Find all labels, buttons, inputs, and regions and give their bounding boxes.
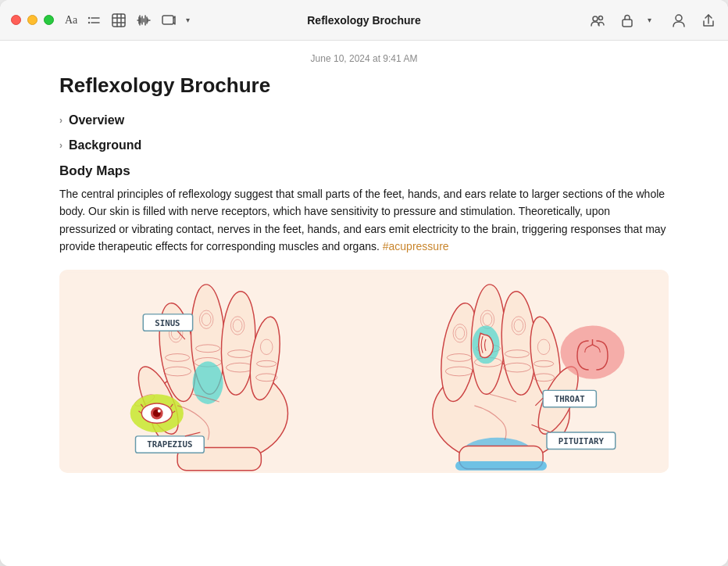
outline-background-label: Background	[69, 138, 141, 152]
svg-text:THROAT: THROAT	[555, 394, 585, 404]
minimize-button[interactable]	[27, 15, 37, 25]
svg-text:TRAPEZIUS: TRAPEZIUS	[147, 439, 192, 450]
svg-point-23	[676, 15, 682, 21]
maximize-button[interactable]	[44, 15, 54, 25]
doc-meta: June 10, 2024 at 9:41 AM	[0, 41, 728, 70]
share-icon[interactable]	[700, 12, 717, 29]
waveform-icon[interactable]	[135, 12, 152, 29]
user-icon[interactable]	[670, 12, 687, 29]
svg-text:PITUITARY: PITUITARY	[558, 435, 605, 446]
svg-point-52	[158, 409, 161, 412]
font-button[interactable]: Aa	[65, 14, 77, 27]
svg-text:SINUS: SINUS	[155, 317, 180, 328]
app-window: Aa	[0, 0, 728, 566]
svg-point-20	[593, 16, 598, 21]
svg-point-0	[88, 16, 90, 18]
titlebar-right-tools: ▾	[589, 12, 717, 29]
chevron-icon: ›	[59, 115, 62, 126]
media-icon[interactable]	[160, 12, 177, 29]
svg-point-21	[599, 16, 603, 20]
titlebar-title: Reflexology Brochure	[307, 14, 420, 27]
svg-rect-19	[162, 16, 173, 24]
lock-icon[interactable]	[619, 12, 636, 29]
outline-background[interactable]: › Background	[59, 138, 669, 152]
traffic-lights	[11, 15, 54, 25]
outline-overview-label: Overview	[69, 113, 124, 127]
hashtag[interactable]: #acupressure	[383, 240, 449, 253]
svg-rect-96	[455, 461, 547, 471]
body-maps-heading: Body Maps	[59, 163, 669, 179]
table-icon[interactable]	[110, 12, 127, 29]
svg-point-80	[561, 325, 625, 378]
svg-rect-22	[623, 20, 632, 27]
media-dropdown-icon[interactable]: ▾	[179, 12, 196, 29]
collaborate-icon[interactable]	[589, 12, 606, 29]
document-title: Reflexology Brochure	[59, 73, 669, 98]
toolbar-icons: Aa	[65, 12, 196, 29]
list-icon[interactable]	[85, 12, 102, 29]
body-maps-image: SINUS TRAPEZIUS THROAT PITUITARY	[59, 270, 669, 473]
body-maps-text: The central principles of reflexology su…	[59, 185, 669, 256]
titlebar: Aa	[0, 0, 728, 41]
document-area: June 10, 2024 at 9:41 AM Reflexology Bro…	[0, 41, 728, 566]
hand-illustration-svg: SINUS TRAPEZIUS THROAT PITUITARY	[59, 270, 669, 473]
chevron-icon: ›	[59, 140, 62, 151]
svg-point-2	[88, 21, 90, 23]
outline-overview[interactable]: › Overview	[59, 113, 669, 127]
close-button[interactable]	[11, 15, 21, 25]
svg-rect-4	[112, 14, 125, 27]
doc-content: Reflexology Brochure › Overview › Backgr…	[28, 73, 700, 473]
lock-dropdown-icon[interactable]: ▾	[641, 12, 658, 29]
svg-point-47	[193, 361, 223, 404]
